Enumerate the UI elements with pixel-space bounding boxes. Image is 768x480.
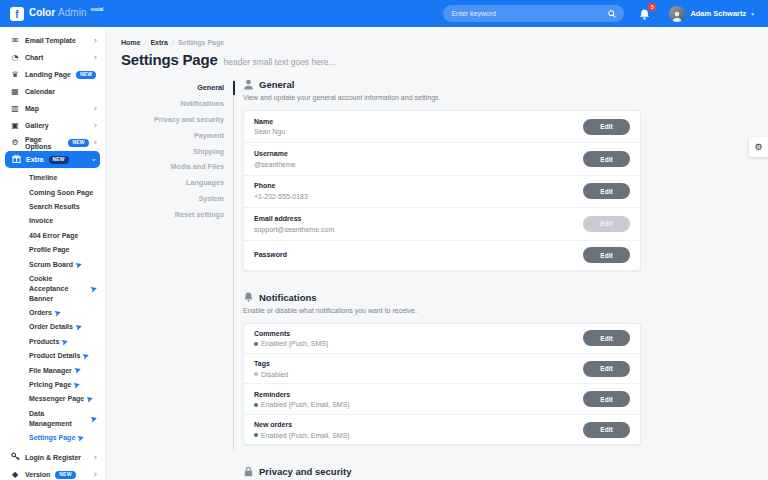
sidebar-item-email-template[interactable]: ✉ Email Template › [0, 32, 105, 49]
settings-nav: General Notifications Privacy and securi… [121, 79, 234, 451]
sidebar-subitem-profile-page[interactable]: Profile Page [0, 243, 105, 257]
paper-plane-icon [75, 261, 83, 269]
setting-row-reminders: Reminders Enabled (Push, Email, SMS) Edi… [244, 384, 640, 414]
sidebar-item-label: Gallery [25, 122, 49, 129]
setting-row-new-orders: New orders Enabled (Push, Email, SMS) Ed… [244, 415, 640, 444]
page-header: Settings Page header small text goes her… [121, 51, 752, 68]
chevron-right-icon: › [94, 37, 97, 45]
settings-nav-privacy-and-security[interactable]: Privacy and security [121, 112, 233, 128]
settings-nav-payment[interactable]: Payment [121, 127, 233, 143]
sidebar-item-label: Email Template [25, 37, 76, 44]
edit-button[interactable]: Edit [583, 391, 630, 407]
brand-name-light: Admin [58, 7, 86, 18]
sidebar-item-label: Calendar [25, 88, 55, 95]
chevron-right-icon: › [94, 454, 97, 462]
settings-nav-media-and-files[interactable]: Media and Files [121, 159, 233, 175]
settings-nav-system[interactable]: System [121, 190, 233, 206]
search-box [443, 5, 624, 22]
section-description: Enable or disable what notifications you… [243, 307, 641, 314]
edit-button[interactable]: Edit [583, 247, 630, 263]
sidebar-subitem-coming-soon-page[interactable]: Coming Soon Page [0, 185, 105, 199]
sidebar-subitem-search-results[interactable]: Search Results [0, 200, 105, 214]
sidebar-item-label: Version [25, 471, 50, 478]
sidebar-subitem-settings-page[interactable]: Settings Page [0, 431, 105, 445]
settings-nav-languages[interactable]: Languages [121, 175, 233, 191]
edit-button[interactable]: Edit [583, 330, 630, 346]
caret-down-icon: ▾ [751, 11, 754, 17]
sidebar-item-gallery[interactable]: ▣ Gallery › [0, 117, 105, 134]
theme-settings-button[interactable]: ⚙ [749, 137, 768, 157]
pie-chart-icon: ◔ [10, 54, 20, 62]
key-icon [10, 452, 20, 463]
user-menu[interactable]: Adam Schwartz ▾ [669, 6, 768, 22]
sidebar-subitem-scrum-board[interactable]: Scrum Board [0, 257, 105, 271]
page-title: Settings Page [121, 51, 218, 68]
breadcrumb-current: Settings Page [178, 39, 224, 46]
edit-button-disabled[interactable]: Edit [583, 216, 630, 232]
search-input[interactable] [451, 10, 608, 17]
paper-plane-icon [90, 415, 98, 423]
sidebar-item-calendar[interactable]: ▦ Calendar [0, 83, 105, 100]
new-badge: NEW [76, 71, 96, 79]
chevron-right-icon: › [94, 54, 97, 62]
brand-name-bold: Color [29, 7, 55, 18]
sidebar-subitem-orders[interactable]: Orders [0, 306, 105, 320]
chevron-right-icon: › [94, 139, 97, 147]
chevron-right-icon: › [94, 105, 97, 113]
breadcrumb-extra[interactable]: Extra [150, 39, 168, 46]
sidebar-subitem-data-management[interactable]: Data Management [0, 406, 105, 430]
sidebar-item-login-register[interactable]: Login & Register › [0, 449, 105, 466]
sidebar-item-label: Login & Register [25, 454, 81, 461]
edit-button[interactable]: Edit [583, 119, 630, 135]
general-card: Name Sean Ngu Edit Username @seantheme E… [243, 110, 641, 271]
notification-count-badge: 5 [648, 3, 656, 11]
sidebar-item-label: Extra [26, 156, 44, 163]
section-general: General View and update your general acc… [243, 79, 641, 271]
edit-button[interactable]: Edit [583, 422, 630, 438]
settings-nav-shipping[interactable]: Shipping [121, 143, 233, 159]
edit-button[interactable]: Edit [583, 361, 630, 377]
sidebar-item-label: Page Options [25, 136, 63, 150]
main-content: Home / Extra / Settings Page Settings Pa… [105, 27, 768, 480]
sidebar-subitem-product-details[interactable]: Product Details [0, 349, 105, 363]
settings-nav-notifications[interactable]: Notifications [121, 96, 233, 112]
sidebar-item-chart[interactable]: ◔ Chart › [0, 49, 105, 66]
sidebar-item-landing-page[interactable]: ♛ Landing Page NEW [0, 66, 105, 83]
sidebar-subitem-messenger-page[interactable]: Messenger Page [0, 392, 105, 406]
sidebar-item-extra[interactable]: Extra NEW › [5, 151, 100, 168]
cube-icon: ◆ [10, 471, 20, 479]
page-subtitle: header small text goes here... [224, 57, 336, 67]
cogs-icon: ⚙ [10, 139, 20, 147]
top-header: f Color Admin social 5 Adam Schwartz ▾ [0, 0, 768, 27]
paper-plane-icon [62, 338, 70, 346]
edit-button[interactable]: Edit [583, 151, 630, 167]
sidebar-subitem-order-details[interactable]: Order Details [0, 320, 105, 334]
sidebar-item-map[interactable]: ▥ Map › [0, 100, 105, 117]
image-icon: ▣ [10, 122, 20, 130]
gift-icon [11, 154, 21, 165]
sidebar-item-page-options[interactable]: ⚙ Page Options NEW › [0, 134, 105, 151]
settings-nav-reset-settings[interactable]: Reset settings [121, 206, 233, 222]
sidebar-subitem-pricing-page[interactable]: Pricing Page [0, 378, 105, 392]
sidebar-item-label: Chart [25, 54, 43, 61]
edit-button[interactable]: Edit [583, 183, 630, 199]
sidebar-subitem-timeline[interactable]: Timeline [0, 171, 105, 185]
notifications-bell[interactable]: 5 [639, 7, 651, 20]
paper-plane-icon [90, 285, 98, 293]
avatar [669, 6, 685, 22]
settings-nav-general[interactable]: General [121, 80, 233, 96]
sidebar-subitem-products[interactable]: Products [0, 335, 105, 349]
brand-logo[interactable]: f Color Admin social [0, 7, 103, 21]
sidebar-subitem-404-error-page[interactable]: 404 Error Page [0, 229, 105, 243]
sidebar-item-version[interactable]: ◆ Version NEW › [0, 466, 105, 480]
new-badge: NEW [55, 471, 75, 479]
sidebar-subitem-cookie-acceptance-banner[interactable]: Cookie Acceptance Banner [0, 272, 105, 306]
envelope-icon: ✉ [10, 37, 20, 45]
user-name: Adam Schwartz [690, 9, 746, 18]
sidebar-subitem-file-manager[interactable]: File Manager [0, 363, 105, 377]
search-icon[interactable] [608, 10, 616, 18]
sidebar-subitem-invoice[interactable]: Invoice [0, 214, 105, 228]
section-description: View and update your general account inf… [243, 94, 641, 101]
setting-row-tags: Tags Disabled Edit [244, 354, 640, 384]
breadcrumb-home[interactable]: Home [121, 39, 140, 46]
